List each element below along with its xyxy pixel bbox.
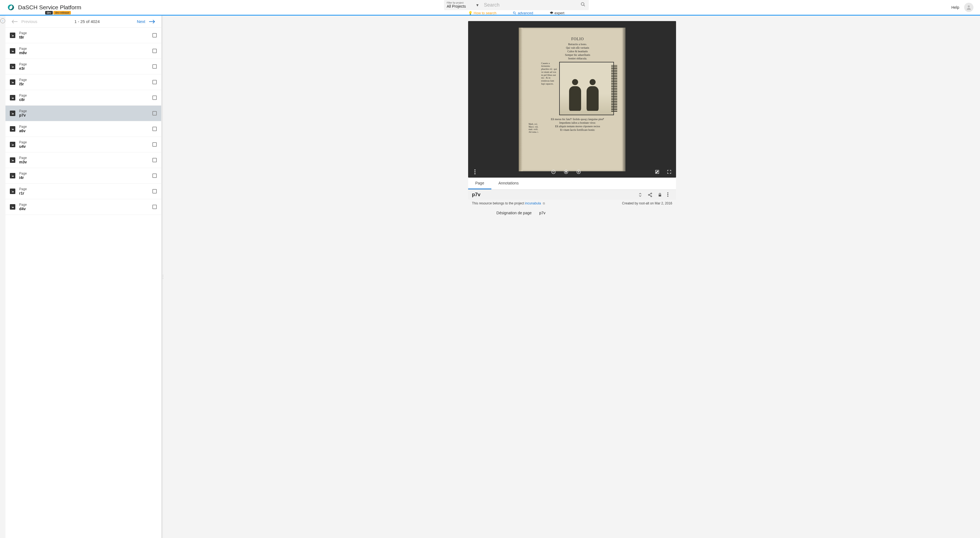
image-thumb-icon — [10, 126, 15, 132]
result-type: Page — [19, 94, 148, 97]
svg-rect-12 — [11, 49, 14, 53]
brand-title: DaSCH Service Platform — [18, 4, 81, 11]
share-icon — [648, 193, 652, 197]
result-item[interactable]: Paged4v — [5, 199, 161, 215]
result-type: Page — [19, 31, 148, 35]
pager-next[interactable]: Next — [137, 19, 155, 24]
share-button[interactable] — [648, 193, 652, 197]
result-item[interactable]: Pagep7v — [5, 106, 161, 121]
result-item[interactable]: Pagee3r — [5, 59, 161, 75]
svg-rect-21 — [11, 96, 14, 99]
main-split: › Previous 1 - 25 of 4024 Next Paget8rPa… — [0, 16, 980, 538]
zoom-out-button[interactable] — [550, 169, 557, 175]
expert-search-link[interactable]: expert — [550, 11, 565, 15]
image-thumb-icon — [10, 33, 15, 38]
svg-rect-18 — [11, 81, 14, 84]
image-thumb-icon — [10, 142, 15, 147]
result-checkbox[interactable] — [153, 158, 157, 162]
svg-point-32 — [12, 144, 12, 144]
result-type: Page — [19, 187, 148, 191]
brand-logo-icon — [6, 3, 15, 11]
image-thumb-icon — [10, 204, 15, 210]
unfold-icon — [638, 193, 643, 197]
project-link[interactable]: incunabula — [525, 201, 541, 205]
result-item[interactable]: Pageu4v — [5, 137, 161, 153]
result-checkbox[interactable] — [153, 189, 157, 193]
pager-range: 1 - 25 of 4024 — [75, 19, 100, 24]
advanced-search-link[interactable]: advanced — [513, 11, 533, 15]
sidebar-collapse-button[interactable]: › — [0, 18, 5, 23]
result-item[interactable]: Pagei4r — [5, 168, 161, 184]
image-thumb-icon — [10, 173, 15, 178]
badge-dev: dev — [45, 11, 53, 14]
result-checkbox[interactable] — [153, 173, 157, 178]
brand[interactable]: DaSCH Service Platform — [6, 3, 81, 11]
svg-point-48 — [565, 171, 567, 173]
svg-rect-24 — [11, 112, 14, 115]
result-name: u4v — [19, 144, 148, 149]
viewer-menu-button[interactable] — [472, 169, 478, 175]
result-item[interactable]: Pagei5r — [5, 75, 161, 90]
more-actions-button[interactable] — [667, 193, 672, 197]
result-item[interactable]: Pagea6v — [5, 121, 161, 137]
result-checkbox[interactable] — [153, 49, 157, 53]
pager-previous[interactable]: Previous — [11, 19, 37, 24]
result-item[interactable]: Pagem8v — [5, 43, 161, 59]
detail-tabs: Page Annotations — [468, 178, 676, 189]
user-avatar[interactable] — [964, 3, 974, 12]
result-item[interactable]: Pagem3v — [5, 153, 161, 168]
expand-toggle-button[interactable] — [638, 193, 643, 197]
result-checkbox[interactable] — [153, 142, 157, 147]
viewer-panel: FOLIO Retractio a bono. Qui vult eſſe ve… — [164, 16, 980, 538]
tab-page[interactable]: Page — [468, 178, 492, 189]
svg-rect-39 — [11, 190, 14, 193]
image-thumb-icon — [10, 64, 15, 69]
result-item[interactable]: Pager1r — [5, 184, 161, 199]
help-link[interactable]: Help — [951, 5, 959, 10]
svg-point-0 — [581, 2, 584, 5]
result-checkbox[interactable] — [153, 127, 157, 131]
result-type: Page — [19, 47, 148, 51]
result-name: c8r — [19, 97, 148, 102]
svg-rect-36 — [11, 174, 14, 177]
resource-title: p7v — [472, 192, 480, 197]
svg-point-29 — [12, 128, 12, 129]
svg-line-56 — [649, 193, 651, 194]
manuscript-page: FOLIO Retractio a bono. Qui vult eſſe ve… — [519, 28, 625, 171]
zoom-in-button[interactable] — [576, 169, 582, 175]
image-thumb-icon — [10, 111, 15, 116]
search-icon[interactable] — [581, 2, 585, 8]
permissions-button[interactable] — [657, 193, 662, 197]
svg-rect-9 — [11, 34, 14, 37]
draw-region-button[interactable] — [654, 169, 660, 175]
svg-rect-58 — [659, 194, 661, 196]
result-checkbox[interactable] — [153, 64, 157, 69]
woodcut-illustration — [559, 62, 614, 115]
result-checkbox[interactable] — [153, 96, 157, 100]
tab-annotations[interactable]: Annotations — [492, 178, 526, 189]
result-checkbox[interactable] — [153, 205, 157, 209]
project-filter-value: All Projects — [447, 4, 478, 8]
lightbulb-icon: 💡 — [468, 11, 473, 15]
how-to-search-link[interactable]: 💡 How to search — [468, 11, 496, 15]
results-pager: Previous 1 - 25 of 4024 Next — [5, 16, 161, 28]
svg-point-26 — [12, 113, 12, 113]
chevron-down-icon: ▾ — [476, 2, 479, 8]
result-list[interactable]: Paget8rPagem8vPagee3rPagei5rPagec8rPagep… — [5, 28, 161, 538]
search-input[interactable] — [484, 2, 581, 8]
arrow-right-icon — [148, 19, 155, 24]
result-checkbox[interactable] — [153, 33, 157, 38]
result-checkbox[interactable] — [153, 80, 157, 84]
manuscript-text: FOLIO Retractio a bono. Qui vult eſſe ve… — [538, 37, 617, 133]
app-header: DaSCH Service Platform dev dev-release F… — [0, 0, 980, 16]
result-checkbox[interactable] — [153, 111, 157, 116]
image-viewer[interactable]: FOLIO Retractio a bono. Qui vult eſſe ve… — [468, 21, 676, 178]
result-item[interactable]: Paget8r — [5, 28, 161, 43]
target-icon — [563, 169, 568, 174]
fullscreen-button[interactable] — [666, 169, 672, 175]
project-filter-dropdown[interactable]: Filter by project All Projects ▾ — [444, 0, 481, 10]
result-type: Page — [19, 203, 148, 207]
result-name: i5r — [19, 82, 148, 86]
result-item[interactable]: Pagec8r — [5, 90, 161, 106]
zoom-reset-button[interactable] — [563, 169, 569, 175]
